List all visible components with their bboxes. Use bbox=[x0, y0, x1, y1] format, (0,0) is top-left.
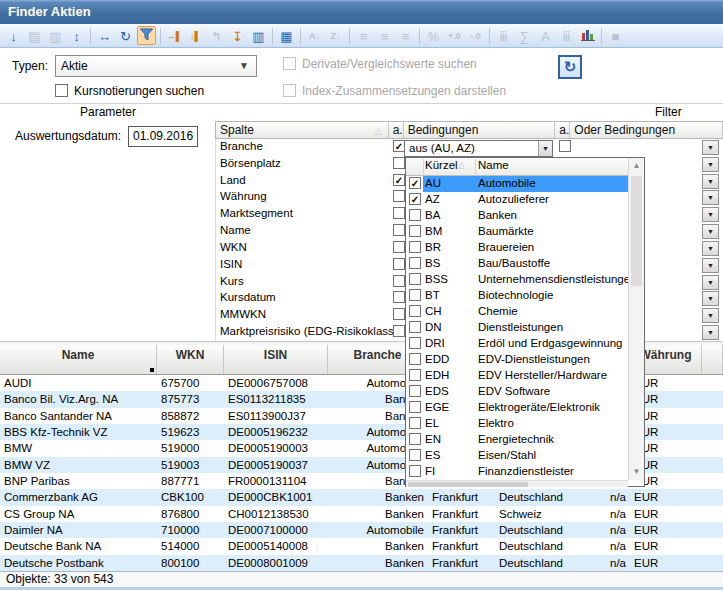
condition-active-checkbox[interactable] bbox=[393, 190, 405, 202]
industry-item-es[interactable]: ESEisen/Stahl bbox=[406, 448, 628, 464]
column-filter-icon[interactable]: ▥ bbox=[249, 26, 268, 45]
industry-checkbox[interactable] bbox=[409, 273, 421, 285]
chart-icon[interactable] bbox=[578, 26, 597, 45]
industry-checkbox[interactable] bbox=[409, 433, 421, 445]
sort-descending-icon[interactable]: Z↓ bbox=[326, 26, 345, 45]
result-row[interactable]: Deutsche Bank NA514000DE0005140008Banken… bbox=[0, 538, 723, 554]
industry-item-el[interactable]: ELElektro bbox=[406, 416, 628, 432]
industry-item-dn[interactable]: DNDienstleistungen bbox=[406, 320, 628, 336]
or-condition-dropdown-button[interactable]: ▼ bbox=[702, 174, 719, 189]
industry-checkbox[interactable] bbox=[409, 289, 421, 301]
refresh-icon[interactable]: ↻ bbox=[116, 26, 135, 45]
pin-column-icon[interactable]: ↧ bbox=[228, 26, 247, 45]
industry-checkbox[interactable]: ✓ bbox=[409, 177, 421, 189]
sort-ascending-icon[interactable]: A↓ bbox=[305, 26, 324, 45]
industry-item-br[interactable]: BRBrauereien bbox=[406, 240, 628, 256]
align-right-icon[interactable]: ≡ bbox=[396, 26, 415, 45]
industry-item-ba[interactable]: BABanken bbox=[406, 208, 628, 224]
font-icon[interactable]: A bbox=[536, 26, 555, 45]
save-list-icon[interactable]: ↓ bbox=[4, 26, 23, 45]
industry-checkbox[interactable] bbox=[409, 401, 421, 413]
condition-active-checkbox[interactable] bbox=[393, 275, 405, 287]
condition-active-checkbox[interactable] bbox=[393, 207, 405, 219]
industry-checkbox[interactable] bbox=[409, 465, 421, 477]
param-header-oder-bedingungen[interactable]: Oder Bedingungen bbox=[570, 122, 723, 138]
sum-icon[interactable]: ∑ bbox=[515, 26, 534, 45]
remove-decimal-icon[interactable]: -.0 bbox=[466, 26, 485, 45]
industry-item-edh[interactable]: EDHEDV Hersteller/Hardware bbox=[406, 368, 628, 384]
chevron-down-icon[interactable]: ▼ bbox=[538, 141, 552, 156]
industry-checkbox[interactable] bbox=[409, 257, 421, 269]
result-row[interactable]: CS Group NA876800CH0012138530BankenFrank… bbox=[0, 506, 723, 522]
condition-active-checkbox[interactable] bbox=[393, 325, 405, 337]
industry-item-au[interactable]: ✓AUAutomobile bbox=[406, 176, 628, 192]
fit-row-height-icon[interactable]: ↕ bbox=[67, 26, 86, 45]
or-condition-dropdown-button[interactable]: ▼ bbox=[702, 207, 719, 222]
or-condition-dropdown-button[interactable]: ▼ bbox=[702, 275, 719, 290]
format-sliders-icon[interactable]: ⅲ bbox=[494, 26, 513, 45]
condition-active-checkbox[interactable] bbox=[393, 291, 405, 303]
condition-active-checkbox[interactable] bbox=[393, 308, 405, 320]
condition-active-checkbox[interactable] bbox=[393, 157, 405, 169]
scrollbar-thumb[interactable] bbox=[631, 176, 642, 286]
kuerzel-column-header[interactable]: Kürzel bbox=[425, 159, 458, 171]
or-condition-dropdown-button[interactable]: ▼ bbox=[702, 140, 719, 155]
execute-search-button[interactable]: ↻ bbox=[558, 55, 582, 79]
industry-item-en[interactable]: ENEnergietechnik bbox=[406, 432, 628, 448]
industry-item-bss[interactable]: BSSUnternehmensdienstleistungen bbox=[406, 272, 628, 288]
branche-condition-combobox[interactable]: aus (AU, AZ) ▼ bbox=[404, 140, 553, 157]
industry-checkbox[interactable] bbox=[409, 449, 421, 461]
align-center-icon[interactable]: ≡ bbox=[375, 26, 394, 45]
industry-checkbox[interactable]: ✓ bbox=[409, 193, 421, 205]
expand-all-icon[interactable]: ▤ bbox=[25, 26, 44, 45]
fit-column-width-icon[interactable]: ↔ bbox=[95, 26, 114, 45]
result-row[interactable]: Commerzbank AGCBK100DE000CBK1001BankenFr… bbox=[0, 489, 723, 505]
condition-active-checkbox[interactable] bbox=[393, 224, 405, 236]
industry-item-fi[interactable]: FIFinanzdienstleister bbox=[406, 464, 628, 480]
condition-active-checkbox[interactable] bbox=[393, 258, 405, 270]
industry-item-bm[interactable]: BMBaumärkte bbox=[406, 224, 628, 240]
result-header-name[interactable]: Name bbox=[0, 345, 157, 374]
name-column-header[interactable]: Name bbox=[478, 159, 509, 171]
result-row[interactable]: Deutsche Postbank800100DE0008001009Banke… bbox=[0, 555, 723, 571]
industry-checkbox[interactable] bbox=[409, 385, 421, 397]
kursnotierungen-checkbox[interactable] bbox=[55, 84, 68, 97]
typen-combobox[interactable]: Aktie ▼ bbox=[55, 55, 257, 77]
hide-columns-icon[interactable]: ▦ bbox=[277, 26, 296, 45]
industry-checkbox[interactable] bbox=[409, 305, 421, 317]
industry-item-ege[interactable]: EGEElektrogeräte/Elektronik bbox=[406, 400, 628, 416]
or-condition-dropdown-button[interactable]: ▼ bbox=[702, 190, 719, 205]
industry-checkbox[interactable] bbox=[409, 417, 421, 429]
scroll-up-icon[interactable]: ▲ bbox=[629, 158, 644, 174]
auswertungsdatum-input[interactable]: 01.09.2016 bbox=[128, 126, 198, 147]
industry-checkbox[interactable] bbox=[409, 225, 421, 237]
industry-checkbox[interactable] bbox=[409, 353, 421, 365]
industry-checkbox[interactable] bbox=[409, 321, 421, 333]
insert-column-icon[interactable]: →▌ bbox=[165, 26, 184, 45]
condition-active-checkbox[interactable]: ✓ bbox=[393, 174, 405, 186]
horizontal-scrollbar[interactable] bbox=[406, 480, 628, 487]
move-column-icon[interactable]: ↰ bbox=[207, 26, 226, 45]
industry-checkbox[interactable] bbox=[409, 337, 421, 349]
result-header-wkn[interactable]: WKN bbox=[157, 345, 224, 374]
align-left-icon[interactable]: ≡ bbox=[354, 26, 373, 45]
column-sliders-icon[interactable]: ⅲ bbox=[557, 26, 576, 45]
result-header-isin[interactable]: ISIN bbox=[224, 345, 328, 374]
result-row[interactable]: Daimler NA710000DE0007100000AutomobileFr… bbox=[0, 522, 723, 538]
industry-item-dri[interactable]: DRIErdöl und Erdgasgewinnung bbox=[406, 336, 628, 352]
industry-checkbox[interactable] bbox=[409, 369, 421, 381]
add-decimal-icon[interactable]: +.0 bbox=[445, 26, 464, 45]
or-condition-dropdown-button[interactable]: ▼ bbox=[702, 325, 719, 340]
condition-active-checkbox[interactable] bbox=[393, 241, 405, 253]
param-header-a[interactable]: a. bbox=[389, 122, 404, 138]
or-condition-active-checkbox[interactable] bbox=[559, 140, 571, 152]
percent-icon[interactable]: % bbox=[424, 26, 443, 45]
or-condition-dropdown-button[interactable]: ▼ bbox=[702, 308, 719, 323]
collapse-all-icon[interactable]: ▥ bbox=[46, 26, 65, 45]
or-condition-dropdown-button[interactable]: ▼ bbox=[702, 224, 719, 239]
stop-icon[interactable]: ■ bbox=[606, 26, 625, 45]
industry-checkbox[interactable] bbox=[409, 241, 421, 253]
param-header-a[interactable]: a. bbox=[555, 122, 570, 138]
or-condition-dropdown-button[interactable]: ▼ bbox=[702, 157, 719, 172]
filter-icon[interactable] bbox=[137, 26, 156, 45]
